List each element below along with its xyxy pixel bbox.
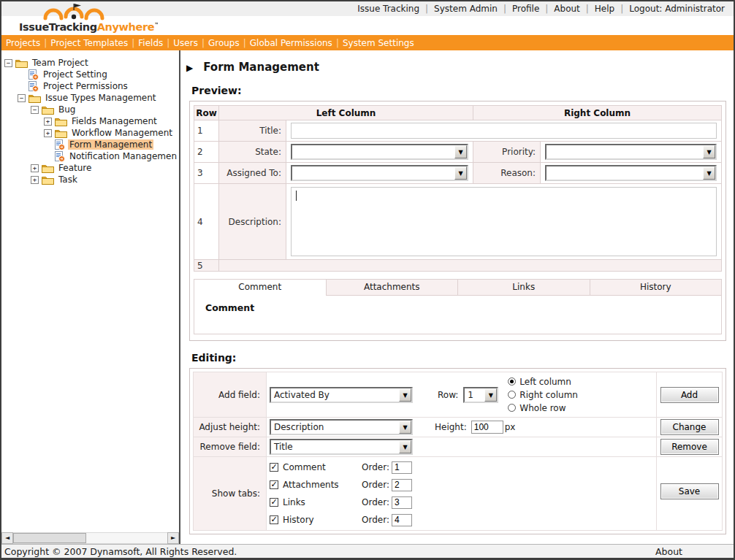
remove-button[interactable]: Remove (660, 439, 719, 455)
nav-profile[interactable]: Profile (512, 4, 539, 14)
nav-logout-administrator[interactable]: Logout: Administrator (629, 4, 725, 14)
checkbox-icon[interactable]: ✓ (270, 463, 278, 472)
assigned-to-dropdown[interactable] (291, 165, 468, 181)
remove-field-dropdown[interactable]: Title (270, 439, 413, 455)
tree-item-workflow-management[interactable]: +Workflow Management (1, 127, 179, 139)
tree-item-fields-management[interactable]: +Fields Management (1, 115, 179, 127)
dropdown-arrow-icon[interactable] (399, 421, 411, 434)
radio-option-right-column[interactable]: Right column (508, 389, 578, 400)
nav-separator: | (545, 4, 548, 14)
dropdown-arrow-icon[interactable] (703, 145, 715, 158)
dropdown-arrow-icon[interactable] (703, 166, 715, 180)
height-input[interactable] (471, 421, 503, 434)
tree-item-bug[interactable]: −Bug (1, 104, 179, 115)
tree-item-label: Feature (57, 163, 93, 173)
folder-icon (42, 164, 54, 173)
adjust-height-dropdown[interactable]: Description (270, 419, 413, 435)
document-icon (28, 69, 39, 80)
menu-system-settings[interactable]: System Settings (343, 38, 414, 48)
col-header-left: Left Column (219, 106, 473, 120)
nav-about[interactable]: About (554, 4, 579, 14)
tab-history[interactable]: History (590, 280, 722, 296)
tab-attachments[interactable]: Attachments (327, 280, 459, 296)
state-dropdown[interactable] (291, 144, 468, 160)
tree-item-feature[interactable]: +Feature (1, 162, 179, 174)
expand-plus-icon[interactable]: + (44, 129, 52, 137)
collapse-minus-icon[interactable]: − (4, 59, 12, 67)
checkbox-icon[interactable]: ✓ (270, 515, 278, 524)
collapse-minus-icon[interactable]: − (31, 106, 39, 114)
menu-separator: | (243, 38, 246, 48)
height-label: Height: (435, 422, 467, 432)
radio-option-left-column[interactable]: Left column (508, 376, 578, 387)
folder-icon (42, 175, 54, 185)
add-field-dropdown[interactable]: Activated By (270, 387, 413, 403)
tree-item-project-permissions[interactable]: Project Permissions (1, 80, 179, 92)
tree-item-form-management[interactable]: Form Management (1, 139, 179, 150)
tree-item-task[interactable]: +Task (1, 174, 179, 185)
dropdown-arrow-icon[interactable] (399, 388, 411, 402)
dropdown-arrow-icon[interactable] (454, 145, 467, 158)
menu-fields[interactable]: Fields (138, 38, 163, 48)
dropdown-arrow-icon[interactable] (484, 388, 497, 402)
radio-option-whole-row[interactable]: Whole row (508, 402, 578, 413)
height-unit: px (505, 422, 516, 432)
checkbox-icon[interactable]: ✓ (270, 480, 278, 489)
scrollbar-thumb[interactable] (13, 533, 86, 543)
dropdown-arrow-icon[interactable] (399, 440, 411, 453)
row-number: 1 (194, 120, 219, 142)
expand-plus-icon[interactable]: + (31, 164, 39, 172)
tree-item-team-project[interactable]: −Team Project (1, 57, 179, 69)
tree-item-notification-managemen[interactable]: Notification Managemen (1, 150, 179, 162)
nav-system-admin[interactable]: System Admin (434, 4, 498, 14)
radio-icon[interactable] (508, 404, 516, 412)
tree-horizontal-scrollbar[interactable] (1, 532, 179, 544)
menu-project-templates[interactable]: Project Templates (50, 38, 128, 48)
scroll-right-button[interactable] (167, 532, 179, 544)
change-button[interactable]: Change (660, 419, 719, 435)
order-input-attachments[interactable] (392, 479, 412, 491)
folder-icon (42, 105, 54, 115)
dropdown-arrow-icon[interactable] (454, 166, 467, 180)
nav-issue-tracking[interactable]: Issue Tracking (357, 4, 419, 14)
collapse-minus-icon[interactable]: − (18, 94, 26, 102)
adjust-height-label: Adjust height: (194, 418, 267, 437)
row-number: 3 (194, 163, 219, 184)
tree-item-project-setting[interactable]: Project Setting (1, 69, 179, 80)
scroll-left-button[interactable] (1, 532, 13, 544)
tab-comment[interactable]: Comment (194, 280, 327, 296)
expand-plus-icon[interactable]: + (31, 176, 39, 184)
tree-item-issue-types-management[interactable]: −Issue Types Management (1, 92, 179, 104)
nav-separator: | (586, 4, 589, 14)
reason-dropdown[interactable] (545, 165, 717, 181)
menu-separator: | (44, 38, 47, 48)
menu-projects[interactable]: Projects (6, 38, 40, 48)
menu-users[interactable]: Users (173, 38, 198, 48)
field-label-assigned-to: Assigned To: (219, 163, 286, 184)
radio-icon[interactable] (508, 377, 516, 386)
scrollbar-track[interactable] (13, 532, 167, 544)
empty-row (219, 260, 722, 272)
nav-separator: | (503, 4, 506, 14)
footer-about-link[interactable]: About (655, 546, 682, 557)
menu-groups[interactable]: Groups (208, 38, 240, 48)
order-input-comment[interactable] (392, 461, 412, 474)
order-input-history[interactable] (392, 514, 412, 526)
tab-links[interactable]: Links (458, 280, 590, 296)
add-button[interactable]: Add (660, 387, 719, 403)
tree-item-label: Fields Management (70, 116, 159, 126)
checkbox-icon[interactable]: ✓ (270, 498, 278, 507)
nav-help[interactable]: Help (595, 4, 614, 14)
row-number-dropdown[interactable]: 1 (463, 387, 498, 403)
show-tab-row-history: ✓HistoryOrder: (270, 511, 653, 529)
description-textarea[interactable] (291, 187, 717, 256)
tree-item-label: Form Management (68, 139, 153, 150)
save-button[interactable]: Save (660, 483, 719, 499)
menu-global-permissions[interactable]: Global Permissions (250, 38, 332, 48)
expand-plus-icon[interactable]: + (44, 118, 52, 126)
order-label: Order: (362, 480, 389, 490)
title-input[interactable] (291, 123, 717, 139)
order-input-links[interactable] (392, 496, 412, 509)
radio-icon[interactable] (508, 391, 516, 399)
priority-dropdown[interactable] (545, 144, 717, 160)
